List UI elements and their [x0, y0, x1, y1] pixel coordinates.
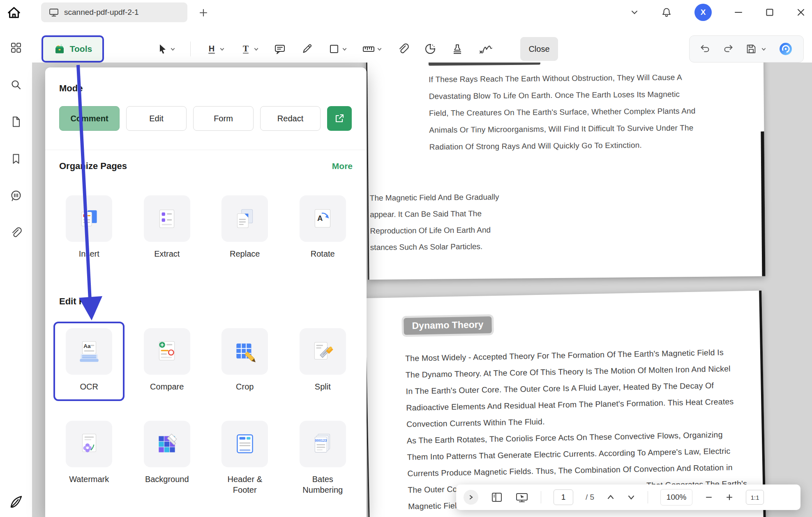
left-sidebar [0, 25, 32, 517]
mode-form-button[interactable]: Form [193, 106, 254, 131]
chevron-down-icon[interactable] [342, 46, 347, 52]
doc-line: Field, The Creatures On The Earth's Surf… [429, 102, 696, 122]
tool-card-bates-numbering[interactable]: 000123 Bates Numbering [298, 421, 347, 495]
close-toolbar-button[interactable]: Close [520, 37, 558, 61]
pencil-icon [301, 43, 313, 55]
close-icon [796, 8, 805, 17]
plus-icon [198, 8, 208, 18]
mode-edit-button[interactable]: Edit [126, 106, 187, 131]
tool-card-split[interactable]: Split [300, 328, 346, 392]
new-tab-button[interactable] [196, 6, 210, 20]
home-button[interactable] [5, 3, 23, 21]
crop-icon [232, 339, 258, 364]
grid-icon [10, 42, 22, 54]
next-page-button[interactable] [627, 493, 635, 501]
sticky-note-tool[interactable] [274, 43, 286, 55]
svg-text:H: H [209, 44, 215, 53]
tool-card-crop[interactable]: Crop [221, 328, 268, 392]
zoom-in-button[interactable] [725, 493, 734, 501]
ai-assistant-button[interactable] [778, 41, 794, 57]
chevron-down-icon[interactable] [219, 46, 225, 52]
sidebar-item-search[interactable] [7, 76, 25, 94]
chevron-down-icon[interactable] [254, 46, 259, 52]
tab-list-dropdown[interactable] [630, 8, 639, 16]
tool-card-background[interactable]: Background [144, 421, 190, 495]
save-button[interactable] [745, 43, 766, 55]
extract-icon [154, 206, 180, 232]
tool-card-watermark[interactable]: Watermark [66, 421, 112, 495]
tool-card-label: Background [145, 474, 189, 485]
undo-button[interactable] [699, 43, 711, 55]
doc-line: The Magnetic Field And Be Gradually [370, 189, 499, 206]
close-window-button[interactable] [796, 8, 805, 17]
tool-card-ocr[interactable]: Aa OCR [66, 328, 112, 392]
zoom-out-button[interactable] [705, 493, 713, 501]
shape-tool[interactable] [328, 43, 347, 55]
attachment-tool[interactable] [397, 43, 409, 55]
sidebar-item-bookmarks[interactable] [7, 150, 25, 168]
doc-line: Devastating Blow To Life On Earth. Once … [429, 86, 695, 105]
replace-icon [232, 206, 258, 232]
tools-panel: Mode Comment Edit Form Redact Organize P… [45, 67, 367, 517]
cursor-icon [156, 43, 168, 55]
chevron-down-icon[interactable] [170, 46, 175, 52]
title-bar: scanned-pdf-updf-2-1 X [0, 0, 812, 25]
previous-page-button[interactable] [607, 493, 615, 501]
rotate-icon: A [310, 206, 335, 232]
chevron-down-icon[interactable] [761, 46, 766, 52]
open-in-new-window-button[interactable] [327, 106, 352, 131]
tool-card-label: Compare [150, 381, 184, 392]
tool-card-rotate[interactable]: A Rotate [300, 195, 346, 259]
tool-card-insert[interactable]: Insert [66, 195, 112, 259]
sidebar-item-workspace[interactable] [7, 39, 25, 57]
square-shape-icon [328, 43, 340, 55]
sidebar-item-comments[interactable] [7, 187, 25, 205]
bottombar-divider [648, 491, 648, 503]
more-link[interactable]: More [332, 161, 353, 171]
mode-comment-button[interactable]: Comment [59, 106, 120, 131]
sidebar-item-attachments[interactable] [7, 224, 25, 242]
home-icon [7, 5, 21, 20]
notifications-button[interactable] [661, 7, 672, 18]
actual-size-button[interactable]: 1:1 [746, 490, 764, 505]
display-mode-button[interactable] [515, 491, 528, 503]
stamp-tool[interactable] [451, 43, 464, 55]
chevron-down-icon[interactable] [377, 46, 382, 52]
document-tab[interactable]: scanned-pdf-updf-2-1 [41, 2, 187, 22]
user-avatar[interactable]: X [694, 4, 712, 21]
redo-button[interactable] [722, 43, 734, 55]
sidebar-item-pages[interactable] [7, 113, 25, 131]
sticker-tool[interactable] [424, 43, 436, 55]
tool-card-label: Replace [230, 248, 260, 259]
background-icon [154, 431, 180, 457]
zoom-level-select[interactable]: 100% [660, 489, 692, 505]
highlight-tool[interactable]: H [205, 43, 225, 55]
pencil-tool[interactable] [301, 43, 313, 55]
tool-card-compare[interactable]: Compare [144, 328, 190, 392]
thumbnail-panel-button[interactable] [491, 491, 503, 503]
insert-icon [76, 206, 102, 232]
tool-card-replace[interactable]: Replace [221, 195, 268, 259]
text-comment-tool[interactable]: T [240, 43, 259, 55]
history-save-group [689, 35, 804, 63]
select-tool[interactable] [156, 43, 175, 55]
tools-button[interactable]: Tools [42, 35, 104, 63]
annotation-toolbar: H T [156, 35, 558, 63]
mode-redact-button[interactable]: Redact [260, 106, 321, 131]
expand-bar-button[interactable] [464, 490, 478, 505]
toolbox-icon [53, 43, 66, 55]
text-tool-icon: T [240, 43, 252, 55]
tool-card-extract[interactable]: Extract [144, 195, 190, 259]
measure-tool[interactable] [362, 43, 382, 55]
minimize-button[interactable] [734, 8, 743, 17]
bates-numbering-icon: 000123 [310, 431, 335, 457]
page-number-input[interactable] [554, 489, 573, 505]
tool-card-header-footer[interactable]: Header & Footer [221, 421, 269, 495]
signature-tool[interactable] [478, 43, 493, 55]
pdf-page-1: If These Rays Reach The Earth Without Ob… [366, 63, 766, 280]
maximize-button[interactable] [765, 8, 774, 17]
monitor-icon [48, 7, 59, 18]
pdf-page-2: Dynamo Theory The Most Widely - Accepted… [364, 291, 767, 517]
chevron-right-icon [468, 494, 474, 500]
svg-text:000123: 000123 [315, 438, 327, 442]
